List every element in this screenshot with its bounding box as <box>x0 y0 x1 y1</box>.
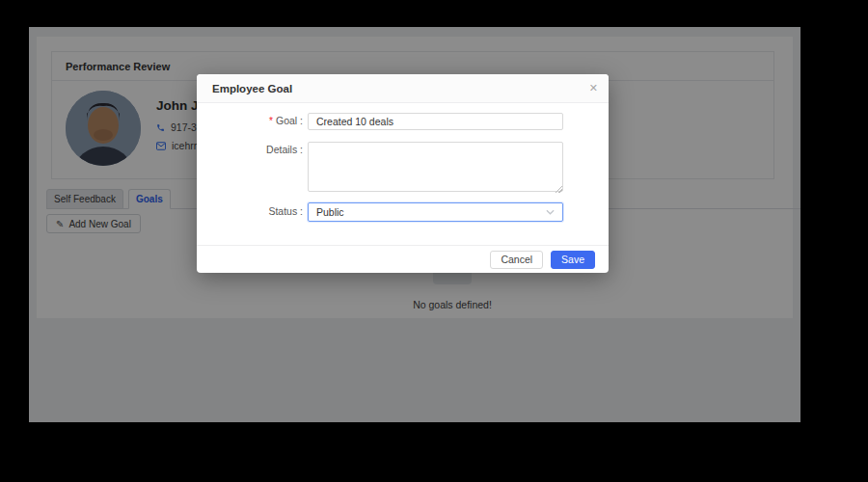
goal-input[interactable] <box>308 113 563 130</box>
status-label: Status : <box>197 205 303 217</box>
textarea-resize-handle[interactable] <box>556 186 562 193</box>
save-button[interactable]: Save <box>551 251 595 269</box>
details-label: Details : <box>197 144 303 155</box>
modal-title: Employee Goal <box>212 83 292 94</box>
details-textarea[interactable] <box>308 142 563 192</box>
status-select[interactable]: Public <box>308 202 563 222</box>
modal-footer: Cancel Save <box>197 245 609 273</box>
cancel-button[interactable]: Cancel <box>490 251 543 269</box>
modal-header: Employee Goal ✕ <box>197 74 609 103</box>
chevron-down-icon <box>546 209 555 215</box>
close-icon[interactable]: ✕ <box>589 74 598 103</box>
goal-label: *Goal : <box>197 115 303 126</box>
required-asterisk: * <box>269 116 273 126</box>
app-page: Performance Review John J Gol 917-372-91 <box>29 27 800 422</box>
status-selected-value: Public <box>316 206 344 218</box>
employee-goal-modal: Employee Goal ✕ *Goal : Details : Status… <box>197 74 609 273</box>
